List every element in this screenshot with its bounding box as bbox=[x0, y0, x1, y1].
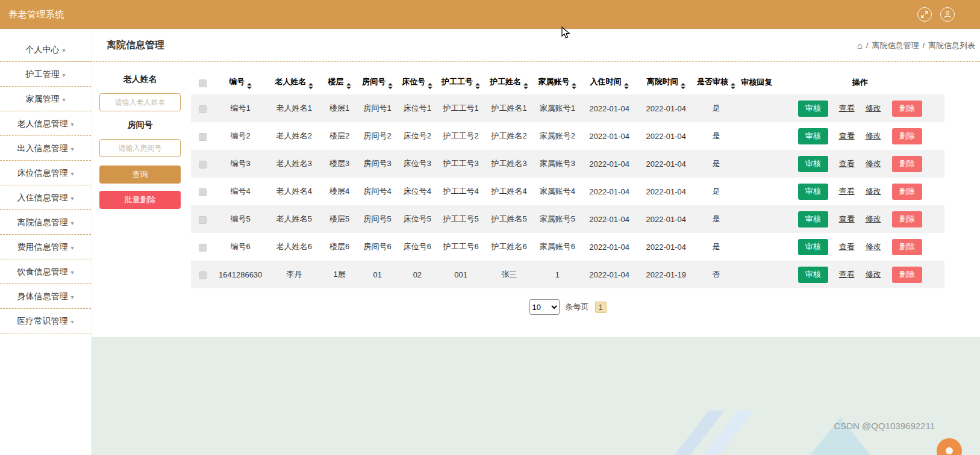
delete-button[interactable]: 删除 bbox=[892, 239, 922, 255]
breadcrumb-item-management[interactable]: 离院信息管理 bbox=[872, 40, 919, 51]
audit-button[interactable]: 审核 bbox=[798, 128, 828, 144]
column-header[interactable]: 家属账号 bbox=[534, 70, 581, 94]
delete-button[interactable]: 删除 bbox=[892, 211, 922, 228]
column-header[interactable]: 老人姓名 bbox=[267, 70, 321, 94]
column-header[interactable]: 离院时间 bbox=[638, 70, 694, 94]
column-header[interactable]: 床位号 bbox=[398, 70, 437, 94]
cell: 床位号5 bbox=[398, 205, 437, 233]
column-label: 离院时间 bbox=[647, 77, 678, 86]
sort-icon[interactable] bbox=[388, 83, 393, 89]
row-checkbox[interactable] bbox=[199, 216, 207, 224]
home-icon[interactable]: ⌂ bbox=[857, 40, 863, 51]
audit-button[interactable]: 审核 bbox=[798, 267, 828, 283]
audit-button[interactable]: 审核 bbox=[798, 184, 828, 200]
sidebar-item[interactable]: 入住信息管理▾ bbox=[0, 185, 91, 210]
user-icon[interactable] bbox=[940, 7, 955, 22]
breadcrumb: ⌂ / 离院信息管理 / 离院信息列表 bbox=[857, 40, 975, 51]
cell: 001 bbox=[437, 261, 484, 288]
column-header[interactable]: 护工姓名 bbox=[484, 70, 534, 94]
row-checkbox[interactable] bbox=[199, 244, 207, 252]
audit-button[interactable]: 审核 bbox=[798, 211, 828, 228]
batch-delete-button[interactable]: 批量删除 bbox=[99, 191, 181, 209]
column-header[interactable]: 入住时间 bbox=[581, 70, 638, 94]
sort-icon[interactable] bbox=[572, 83, 576, 89]
select-all-header-cell bbox=[191, 70, 214, 94]
edit-button[interactable]: 修改 bbox=[866, 131, 881, 141]
audit-button[interactable]: 审核 bbox=[798, 156, 828, 172]
sort-icon[interactable] bbox=[523, 83, 528, 89]
sort-icon[interactable] bbox=[346, 83, 351, 89]
delete-button[interactable]: 删除 bbox=[892, 156, 922, 172]
elder-name-input[interactable] bbox=[99, 93, 181, 111]
edit-button[interactable]: 修改 bbox=[866, 158, 881, 169]
row-checkbox[interactable] bbox=[199, 133, 207, 141]
edit-button[interactable]: 修改 bbox=[866, 269, 881, 280]
cell: 2022-01-19 bbox=[638, 261, 694, 288]
main-panel: 老人姓名 房间号 查询 批量删除 编号老人姓名楼层房间号床位号护工工号护工姓名家… bbox=[92, 62, 980, 337]
search-button[interactable]: 查询 bbox=[99, 166, 181, 184]
sidebar-item[interactable]: 家属管理▾ bbox=[0, 87, 91, 111]
cell: 是 bbox=[694, 94, 738, 122]
view-button[interactable]: 查看 bbox=[839, 186, 855, 197]
sort-icon[interactable] bbox=[681, 83, 685, 89]
edit-button[interactable]: 修改 bbox=[866, 241, 881, 252]
sidebar-item[interactable]: 老人信息管理▾ bbox=[0, 111, 91, 136]
column-label: 编号 bbox=[229, 77, 245, 86]
cell: 楼层4 bbox=[321, 178, 357, 205]
page-title: 离院信息管理 bbox=[107, 39, 164, 52]
sort-icon[interactable] bbox=[247, 83, 252, 89]
column-header[interactable]: 房间号 bbox=[358, 70, 398, 94]
delete-button[interactable]: 删除 bbox=[892, 184, 922, 200]
sidebar-item[interactable]: 饮食信息管理▾ bbox=[0, 259, 91, 284]
column-header[interactable]: 是否审核 bbox=[694, 70, 738, 94]
fullscreen-icon[interactable] bbox=[917, 7, 932, 22]
actions-cell: 审核查看修改删除 bbox=[775, 94, 944, 122]
room-number-input[interactable] bbox=[99, 139, 181, 157]
sort-icon[interactable] bbox=[731, 83, 735, 89]
view-button[interactable]: 查看 bbox=[839, 103, 855, 114]
view-button[interactable]: 查看 bbox=[839, 214, 855, 224]
sidebar-item[interactable]: 身体信息管理▾ bbox=[0, 284, 91, 309]
view-button[interactable]: 查看 bbox=[839, 158, 855, 169]
column-header[interactable]: 护工工号 bbox=[437, 70, 484, 94]
delete-button[interactable]: 删除 bbox=[892, 101, 922, 117]
view-button[interactable]: 查看 bbox=[839, 131, 855, 141]
view-button[interactable]: 查看 bbox=[839, 241, 855, 252]
sidebar-item[interactable]: 床位信息管理▾ bbox=[0, 161, 91, 185]
sidebar-item[interactable]: 出入信息管理▾ bbox=[0, 136, 91, 161]
chevron-down-icon: ▾ bbox=[70, 220, 73, 226]
view-button[interactable]: 查看 bbox=[839, 269, 855, 280]
cell: 否 bbox=[694, 261, 738, 288]
edit-button[interactable]: 修改 bbox=[866, 103, 881, 114]
row-checkbox[interactable] bbox=[199, 105, 207, 113]
row-checkbox[interactable] bbox=[199, 271, 207, 279]
delete-button[interactable]: 删除 bbox=[892, 128, 922, 144]
row-checkbox[interactable] bbox=[199, 188, 207, 196]
row-checkbox-cell bbox=[191, 261, 214, 288]
page-size-select[interactable]: 10 bbox=[529, 299, 560, 315]
sort-icon[interactable] bbox=[624, 83, 629, 89]
floating-action-button[interactable] bbox=[937, 438, 962, 455]
edit-button[interactable]: 修改 bbox=[866, 214, 881, 224]
column-header[interactable]: 楼层 bbox=[321, 70, 357, 94]
sidebar-item[interactable]: 护工管理▾ bbox=[0, 62, 91, 87]
sort-icon[interactable] bbox=[308, 83, 313, 89]
sort-icon[interactable] bbox=[428, 83, 432, 89]
sidebar-item[interactable]: 个人中心▾ bbox=[0, 37, 91, 62]
delete-button[interactable]: 删除 bbox=[892, 267, 922, 283]
sidebar-item-label: 入住信息管理 bbox=[17, 193, 67, 202]
row-checkbox[interactable] bbox=[199, 161, 207, 169]
column-header[interactable]: 编号 bbox=[214, 70, 267, 94]
audit-button[interactable]: 审核 bbox=[798, 101, 828, 117]
sidebar-item[interactable]: 费用信息管理▾ bbox=[0, 235, 91, 259]
sidebar-item[interactable]: 离院信息管理▾ bbox=[0, 210, 91, 235]
cell: 编号4 bbox=[214, 178, 267, 205]
select-all-checkbox[interactable] bbox=[199, 79, 207, 87]
sidebar-item[interactable]: 医疗常识管理▾ bbox=[0, 309, 91, 333]
audit-button[interactable]: 审核 bbox=[798, 239, 828, 255]
sort-icon[interactable] bbox=[475, 83, 480, 89]
edit-button[interactable]: 修改 bbox=[866, 186, 881, 197]
sort-up-arrow bbox=[681, 83, 685, 85]
data-table: 编号老人姓名楼层房间号床位号护工工号护工姓名家属账号入住时间离院时间是否审核审核… bbox=[191, 70, 944, 288]
current-page-button[interactable]: 1 bbox=[595, 302, 607, 313]
